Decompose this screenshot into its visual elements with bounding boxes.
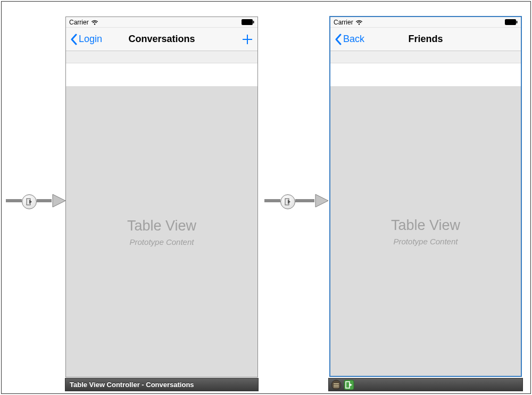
prototype-cell[interactable] (66, 63, 257, 87)
navigation-bar: Login Conversations (66, 28, 257, 51)
storyboard-scene-conversations[interactable]: Carrier Login Conversations (65, 17, 258, 377)
status-bar: Carrier (330, 17, 521, 28)
tableview-placeholder-subtitle: Prototype Content (394, 237, 458, 246)
table-view-placeholder: Table View Prototype Content (66, 87, 257, 377)
svg-rect-19 (334, 385, 339, 386)
tableview-placeholder-title: Table View (391, 217, 460, 234)
nav-title: Friends (330, 34, 521, 45)
svg-rect-6 (242, 19, 253, 25)
first-responder-icon[interactable] (331, 380, 342, 390)
prototype-cell[interactable] (330, 63, 521, 87)
carrier-label: Carrier (69, 19, 89, 26)
svg-marker-12 (315, 194, 328, 207)
wifi-icon (355, 20, 363, 25)
segue-icon (280, 194, 295, 209)
table-view-placeholder: Table View Prototype Content (330, 87, 521, 376)
section-header (330, 51, 521, 63)
status-bar: Carrier (66, 17, 257, 28)
battery-icon (242, 19, 254, 25)
scene-label: Table View Controller - Conversations (70, 381, 194, 389)
svg-rect-7 (253, 21, 254, 23)
svg-marker-3 (53, 194, 65, 207)
nav-title: Conversations (66, 34, 257, 45)
carrier-label: Carrier (334, 19, 353, 26)
navigation-bar: Back Friends (330, 28, 521, 51)
section-header (66, 51, 257, 63)
svg-rect-16 (517, 21, 518, 23)
svg-rect-18 (334, 383, 339, 384)
scene-label-bar[interactable]: Table View Controller - Conversations (65, 378, 259, 391)
svg-rect-15 (505, 19, 516, 25)
battery-icon (505, 19, 518, 25)
svg-rect-20 (334, 386, 339, 388)
exit-icon[interactable] (344, 380, 354, 390)
scene-dock (328, 378, 523, 391)
storyboard-scene-friends[interactable]: Carrier Back Friends Table View (329, 16, 522, 377)
segue-arrow-left[interactable] (6, 189, 62, 215)
wifi-icon (91, 20, 98, 25)
tableview-placeholder-subtitle: Prototype Content (130, 237, 194, 246)
tableview-placeholder-title: Table View (127, 218, 196, 234)
segue-arrow-right[interactable] (264, 189, 321, 215)
segue-icon (22, 194, 37, 209)
